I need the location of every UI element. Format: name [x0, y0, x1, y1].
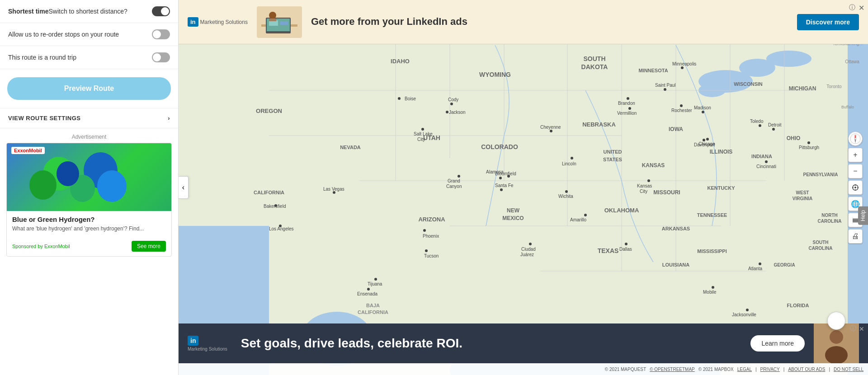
bottom-ad-cta-button[interactable]: Learn more	[750, 335, 805, 352]
left-panel: Shortest timeSwitch to shortest distance…	[0, 0, 179, 375]
ohio-label: OHIO	[787, 135, 801, 141]
arizona-label: ARIZONA	[418, 216, 445, 223]
svg-text:Alamosa: Alamosa	[486, 169, 504, 174]
bottom-ad-li-sub: Marketing Solutions	[188, 347, 227, 352]
footer-privacy[interactable]: PRIVACY	[760, 367, 780, 372]
svg-text:Saint Paul: Saint Paul	[655, 83, 676, 88]
footer-copyright: © 2021 MAPQUEST	[605, 367, 646, 372]
ad-title: Blue or Green Hydrogen?	[12, 216, 166, 223]
toggle-label-shortest-time: Shortest timeSwitch to shortest distance…	[8, 8, 127, 15]
svg-text:Jackson: Jackson	[449, 110, 466, 115]
footer-about-ads[interactable]: ABOUT OUR ADS	[788, 367, 825, 372]
svg-text:Tijuana: Tijuana	[368, 281, 382, 286]
svg-text:Pittsburgh: Pittsburgh	[799, 145, 819, 150]
bottom-ad-text: Set goals, drive leads, celebrate ROI.	[241, 336, 751, 351]
svg-point-46	[458, 175, 460, 178]
tennessee-label: TENNESSEE	[697, 212, 727, 218]
idaho-label: IDAHO	[391, 58, 410, 65]
missouri-label: MISSOURI	[653, 189, 680, 196]
bottom-ad-banner: in Marketing Solutions Set goals, drive …	[179, 323, 868, 363]
top-ad-close-button[interactable]: ✕	[859, 4, 864, 12]
svg-text:Davenport: Davenport	[694, 142, 715, 147]
svg-text:Santa Fe: Santa Fe	[495, 183, 514, 188]
view-route-settings[interactable]: VIEW ROUTE SETTINGS ›	[0, 108, 178, 128]
united-states-label: UNITED	[604, 149, 622, 155]
svg-text:Boise: Boise	[405, 96, 416, 101]
svg-point-30	[450, 103, 453, 105]
map-area[interactable]: OREGON IDAHO WASHI... SOUTH DAKOTA WYOMI…	[179, 0, 868, 375]
svg-point-49	[500, 188, 503, 191]
bottom-ad-info-button[interactable]: ⓘ	[850, 324, 856, 333]
ad-see-more-button[interactable]: See more	[132, 241, 166, 252]
bottom-li-icon: in	[188, 336, 198, 346]
toggle-row-round-trip: This route is a round trip	[0, 46, 178, 69]
arkansas-label: ARKANSAS	[662, 226, 690, 231]
svg-text:Mobile: Mobile	[703, 290, 717, 295]
zoom-out-button[interactable]: −	[848, 164, 863, 178]
svg-text:Phoenix: Phoenix	[423, 234, 439, 239]
zoom-in-button[interactable]: +	[848, 148, 863, 162]
ad-illustration-svg	[259, 9, 300, 36]
svg-text:Salt Lake: Salt Lake	[414, 131, 433, 136]
svg-point-79	[706, 138, 709, 141]
preview-route-button[interactable]: Preview Route	[7, 77, 171, 100]
sc-label: SOUTH	[813, 240, 829, 245]
svg-text:City: City	[417, 137, 425, 142]
toggle-shortest-time[interactable]	[152, 6, 170, 16]
svg-point-83	[681, 66, 684, 69]
svg-point-87	[772, 128, 775, 131]
svg-text:Kansas: Kansas	[637, 183, 652, 188]
map-footer: © 2021 MAPQUEST © OPENSTREETMAP © 2021 M…	[179, 363, 868, 375]
footer-openstreetmap[interactable]: © OPENSTREETMAP	[650, 367, 695, 372]
svg-text:Las Vegas: Las Vegas	[323, 187, 344, 192]
michigan-label: MICHIGAN	[789, 85, 816, 92]
footer-legal[interactable]: LEGAL	[737, 367, 752, 372]
top-ad-info-button[interactable]: ⓘ	[849, 4, 855, 12]
new-mexico-label2: MEXICO	[502, 215, 524, 221]
ad-footer: Sponsored by ExxonMobil See more	[7, 237, 171, 256]
balloon-green-2	[29, 170, 57, 200]
svg-point-55	[529, 243, 532, 245]
compass[interactable]: N	[848, 131, 863, 146]
collapse-panel-button[interactable]: ‹	[179, 176, 189, 199]
white-circle-button[interactable]	[827, 312, 845, 330]
print-button[interactable]: 🖨	[848, 229, 863, 244]
svg-point-85	[759, 124, 761, 127]
footer-do-not-sell[interactable]: DO NOT SELL	[834, 367, 863, 372]
ottawa-label: Ottawa	[845, 59, 859, 64]
svg-text:Brandon: Brandon	[618, 101, 635, 106]
svg-text:Canyon: Canyon	[446, 184, 462, 189]
svg-point-97	[712, 286, 714, 289]
new-mexico-label: NEW	[507, 207, 520, 214]
top-ad-banner: in Marketing Solutions Get more from you…	[179, 0, 868, 44]
kansas-label: KANSAS	[642, 162, 665, 169]
toggle-round-trip[interactable]	[152, 52, 170, 62]
svg-text:Los Angeles: Los Angeles	[269, 226, 294, 231]
top-ad-cta-button[interactable]: Discover more	[797, 14, 859, 30]
ad-image: ExxonMobil	[7, 143, 171, 211]
svg-rect-122	[853, 221, 858, 222]
toggle-label-round-trip: This route is a round trip	[8, 54, 76, 61]
bottom-ad-logo: in Marketing Solutions	[188, 336, 227, 352]
svg-text:Tucson: Tucson	[424, 253, 439, 258]
bottom-ad-close-button[interactable]: ✕	[859, 325, 864, 333]
ad-brand: ExxonMobil	[11, 147, 45, 154]
svg-text:Cheyenne: Cheyenne	[540, 125, 561, 130]
location-button[interactable]	[848, 180, 863, 195]
toggle-row-shortest-time: Shortest timeSwitch to shortest distance…	[0, 0, 178, 23]
svg-point-77	[628, 107, 631, 110]
svg-point-62	[565, 190, 568, 193]
svg-point-23	[398, 97, 401, 100]
toronto-label: Toronto	[826, 84, 842, 89]
svg-point-99	[746, 309, 749, 311]
toggle-label-reorder: Allow us to re-order stops on your route	[8, 31, 119, 38]
ad-description: What are 'blue hydrogen' and 'green hydr…	[12, 225, 166, 233]
svg-text:Madison: Madison	[694, 105, 711, 110]
sc-label2: CAROLINA	[809, 246, 833, 251]
compass-svg: N	[850, 133, 861, 144]
advertisement-label: Advertisement	[0, 128, 178, 143]
svg-point-60	[571, 157, 573, 159]
top-ad-li-logo: in	[188, 17, 198, 27]
help-tab[interactable]: Help	[858, 206, 868, 225]
toggle-reorder[interactable]	[152, 29, 170, 39]
